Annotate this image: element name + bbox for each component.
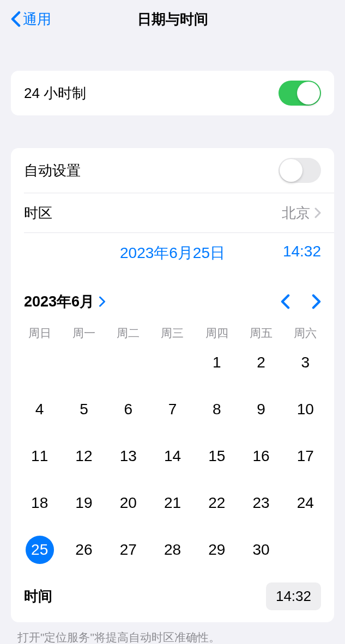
day-number: 21 [164,494,181,512]
page-title: 日期与时间 [137,10,208,29]
day-cell[interactable]: 10 [283,395,328,424]
time-picker[interactable]: 14:32 [266,582,321,610]
back-label: 通用 [23,10,51,29]
day-cell[interactable]: 9 [239,395,283,424]
label-auto-set: 自动设置 [24,161,81,180]
weekday-header: 周四 [195,326,239,341]
day-number: 4 [35,401,44,418]
section-datetime: 自动设置 时区 北京 2023年6月25日 14:32 2023年6月 [11,148,334,622]
day-number: 17 [297,447,314,465]
calendar-nav [281,294,321,309]
section-24h: 24 小时制 [11,71,334,115]
date-time-display: 2023年6月25日 14:32 [11,233,334,279]
day-cell-empty [62,348,106,377]
time-display[interactable]: 14:32 [267,243,321,263]
day-number: 23 [252,494,269,512]
weekday-header: 周五 [239,326,283,341]
day-cell[interactable]: 30 [239,536,283,564]
next-month-button[interactable] [312,294,321,309]
day-cell[interactable]: 12 [62,442,106,470]
day-cell[interactable]: 26 [62,536,106,564]
day-number: 22 [208,494,225,512]
time-row: 时间 14:32 [11,568,334,622]
day-number: 11 [31,447,48,465]
day-cell[interactable]: 1 [195,348,239,377]
day-number: 5 [80,401,88,418]
chevron-right-icon [314,207,321,218]
day-number: 15 [208,447,225,465]
chevron-right-icon [99,296,106,307]
toggle-24h[interactable] [279,81,321,106]
day-number: 27 [120,541,137,559]
toggle-knob [297,82,320,105]
toggle-auto-set[interactable] [279,158,321,183]
timezone-text: 北京 [282,204,310,223]
calendar-month-label: 2023年6月 [24,292,94,311]
day-cell-empty [150,348,195,377]
row-timezone[interactable]: 时区 北京 [11,193,334,232]
weekday-header: 周三 [150,326,195,341]
calendar-grid: 1234567891011121314151617181920212223242… [11,348,334,568]
time-label: 时间 [24,587,52,606]
day-cell[interactable]: 4 [17,395,62,424]
day-cell[interactable]: 14 [150,442,195,470]
weekday-header: 周一 [62,326,106,341]
weekday-header: 周六 [283,326,328,341]
day-number: 10 [297,401,314,418]
value-timezone: 北京 [282,204,321,223]
day-number: 30 [252,541,269,559]
day-cell[interactable]: 20 [106,489,150,517]
day-number: 19 [75,494,92,512]
day-cell[interactable]: 21 [150,489,195,517]
day-number: 1 [213,354,221,371]
back-button[interactable]: 通用 [11,10,51,29]
day-cell[interactable]: 11 [17,442,62,470]
day-cell[interactable]: 3 [283,348,328,377]
day-cell[interactable]: 24 [283,489,328,517]
weekday-header: 周日 [17,326,62,341]
footer-note: 打开"定位服务"将提高自动时区准确性。 [0,622,345,644]
calendar-month-selector[interactable]: 2023年6月 [24,292,106,311]
weekday-header: 周二 [106,326,150,341]
day-cell-empty [106,348,150,377]
nav-header: 通用 日期与时间 [0,0,345,38]
chevron-left-icon [11,11,21,27]
day-number: 18 [31,494,48,512]
day-number: 29 [208,541,225,559]
day-cell[interactable]: 2 [239,348,283,377]
calendar-header: 2023年6月 [11,279,334,320]
day-number: 28 [164,541,181,559]
prev-month-button[interactable] [281,294,290,309]
day-number: 16 [252,447,269,465]
day-cell[interactable]: 13 [106,442,150,470]
label-timezone: 时区 [24,204,52,223]
day-number: 6 [124,401,132,418]
day-number: 9 [257,401,265,418]
day-cell[interactable]: 8 [195,395,239,424]
day-cell[interactable]: 25 [17,536,62,564]
day-cell[interactable]: 17 [283,442,328,470]
day-number: 20 [120,494,137,512]
day-cell[interactable]: 29 [195,536,239,564]
day-number: 7 [168,401,177,418]
day-cell[interactable]: 27 [106,536,150,564]
day-cell[interactable]: 23 [239,489,283,517]
day-cell[interactable]: 5 [62,395,106,424]
date-display[interactable]: 2023年6月25日 [78,243,267,263]
weekday-row: 周日周一周二周三周四周五周六 [11,320,334,348]
day-cell[interactable]: 6 [106,395,150,424]
day-number: 25 [26,536,54,564]
day-number: 2 [257,354,265,371]
day-cell-empty [17,348,62,377]
day-cell[interactable]: 19 [62,489,106,517]
day-cell[interactable]: 15 [195,442,239,470]
day-cell[interactable]: 18 [17,489,62,517]
day-number: 12 [75,447,92,465]
day-cell[interactable]: 16 [239,442,283,470]
day-number: 8 [213,401,221,418]
day-cell[interactable]: 28 [150,536,195,564]
label-24h: 24 小时制 [24,84,86,103]
day-cell[interactable]: 22 [195,489,239,517]
day-cell[interactable]: 7 [150,395,195,424]
day-number: 3 [301,354,310,371]
